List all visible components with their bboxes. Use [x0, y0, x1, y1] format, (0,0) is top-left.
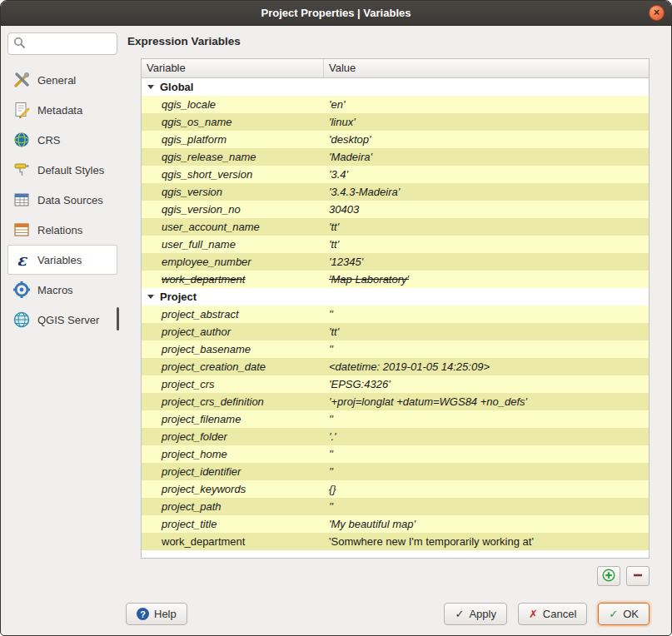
- variable-row-project_title[interactable]: project_title'My beautiful map': [142, 515, 649, 533]
- variable-row-project_folder[interactable]: project_folder'.': [142, 428, 649, 445]
- variable-row-employee_number[interactable]: employee_number'12345': [142, 253, 649, 271]
- variable-value: 'Madeira': [324, 151, 649, 163]
- data-sources-icon: [12, 190, 32, 210]
- project-properties-dialog: Project Properties | Variables × General…: [0, 0, 672, 636]
- variable-row-project_creation_date[interactable]: project_creation_date<datetime: 2019-01-…: [142, 358, 649, 375]
- sidebar-item-qgis-server[interactable]: QGIS Server: [7, 305, 117, 335]
- expander-icon[interactable]: [147, 295, 154, 299]
- remove-variable-button[interactable]: [626, 566, 650, 586]
- table-header: Variable Value: [142, 59, 649, 78]
- group-label: Global: [160, 81, 193, 93]
- group-label: Project: [160, 291, 197, 303]
- variable-row-qgis_short_version[interactable]: qgis_short_version'3.4': [142, 166, 649, 183]
- variable-name: employee_number: [142, 256, 324, 268]
- variable-name: project_identifier: [142, 465, 324, 478]
- default-styles-icon: [12, 160, 32, 180]
- variable-value: '': [324, 465, 649, 478]
- sidebar-item-crs[interactable]: CRS: [7, 125, 117, 155]
- sidebar-item-relations[interactable]: Relations: [7, 215, 117, 245]
- sidebar-search: [7, 32, 117, 55]
- variable-name: project_home: [142, 448, 324, 460]
- variable-name: qgis_locale: [142, 98, 324, 111]
- variable-value: '.': [324, 430, 649, 443]
- variable-row-work_department[interactable]: work_department'Map Laboratory': [142, 271, 649, 288]
- variable-name: qgis_os_name: [142, 116, 324, 128]
- close-icon[interactable]: ×: [649, 5, 665, 21]
- help-button-label: Help: [154, 608, 177, 620]
- variable-row-qgis_os_name[interactable]: qgis_os_name'linux': [142, 113, 649, 131]
- sidebar: GeneralMetadataCRSDefault StylesData Sou…: [7, 32, 117, 629]
- add-variable-button[interactable]: [597, 566, 620, 586]
- variable-value: {}: [324, 483, 649, 495]
- variable-row-project_filename[interactable]: project_filename'': [142, 410, 649, 428]
- variable-row-work_department[interactable]: work_department'Somwhere new I'm tempora…: [142, 533, 649, 550]
- sidebar-item-label: Data Sources: [37, 194, 103, 206]
- variable-value: '': [324, 308, 649, 320]
- variable-row-project_identifier[interactable]: project_identifier'': [142, 463, 649, 480]
- sidebar-item-data-sources[interactable]: Data Sources: [7, 185, 117, 215]
- variable-value: 'tt': [324, 221, 649, 233]
- search-input[interactable]: [29, 37, 112, 51]
- variable-row-qgis_version[interactable]: qgis_version'3.4.3-Madeira': [142, 183, 649, 201]
- variable-row-qgis_version_no[interactable]: qgis_version_no30403: [142, 201, 649, 218]
- variable-value: '': [324, 343, 649, 355]
- variable-name: qgis_version_no: [142, 203, 324, 216]
- sidebar-item-default-styles[interactable]: Default Styles: [7, 155, 117, 185]
- main-panel: Expression Variables Variable Value Glob…: [126, 32, 665, 629]
- sidebar-scrollbar-thumb[interactable]: [117, 307, 119, 330]
- variable-row-project_path[interactable]: project_path'': [142, 498, 649, 515]
- sidebar-item-label: Variables: [37, 254, 82, 266]
- variable-row-project_abstract[interactable]: project_abstract'': [142, 306, 649, 323]
- sidebar-item-variables[interactable]: εVariables: [7, 245, 117, 275]
- column-header-variable[interactable]: Variable: [142, 59, 324, 77]
- variable-row-project_crs[interactable]: project_crs'EPSG:4326': [142, 375, 649, 393]
- cross-icon: ✗: [529, 609, 538, 619]
- group-row-project[interactable]: Project: [142, 288, 649, 306]
- relations-icon: [12, 220, 32, 240]
- variable-row-qgis_platform[interactable]: qgis_platform'desktop': [142, 131, 649, 148]
- variable-name: project_path: [142, 500, 324, 513]
- qgis-server-icon: [12, 310, 32, 330]
- variable-value: 30403: [324, 203, 649, 216]
- variable-value: <datetime: 2019-01-05 14:25:09>: [324, 360, 649, 373]
- sidebar-nav: GeneralMetadataCRSDefault StylesData Sou…: [7, 65, 117, 335]
- page-title: Expression Variables: [127, 35, 665, 47]
- plus-icon: [602, 569, 615, 584]
- variable-row-project_author[interactable]: project_author'tt': [142, 323, 649, 340]
- variable-value: 'Map Laboratory': [324, 273, 649, 286]
- ok-button-label: OK: [623, 608, 639, 620]
- variable-row-project_basename[interactable]: project_basename'': [142, 340, 649, 358]
- check-icon: ✓: [455, 609, 464, 619]
- variable-row-qgis_locale[interactable]: qgis_locale'en': [142, 96, 649, 113]
- sidebar-item-label: Default Styles: [37, 164, 104, 176]
- metadata-icon: [12, 100, 32, 120]
- variable-row-project_keywords[interactable]: project_keywords{}: [142, 480, 649, 498]
- apply-button[interactable]: ✓ Apply: [444, 603, 506, 625]
- cancel-button[interactable]: ✗ Cancel: [518, 603, 587, 625]
- sidebar-item-general[interactable]: General: [7, 65, 117, 95]
- sidebar-item-label: CRS: [37, 134, 60, 147]
- variable-row-project_home[interactable]: project_home'': [142, 445, 649, 463]
- variable-row-project_crs_definition[interactable]: project_crs_definition'+proj=longlat +da…: [142, 393, 649, 410]
- variable-value: 'linux': [324, 116, 649, 128]
- variable-name: work_department: [142, 535, 324, 548]
- help-button[interactable]: ? Help: [126, 603, 187, 625]
- group-row-global[interactable]: Global: [142, 78, 649, 96]
- sidebar-item-metadata[interactable]: Metadata: [7, 95, 117, 125]
- check-icon: ✓: [609, 609, 618, 619]
- variable-row-user_account_name[interactable]: user_account_name'tt': [142, 218, 649, 236]
- variable-row-user_full_name[interactable]: user_full_name'tt': [142, 236, 649, 253]
- variable-value: 'tt': [324, 325, 649, 338]
- variable-name: user_account_name: [142, 221, 324, 233]
- ok-button[interactable]: ✓ OK: [598, 603, 650, 625]
- expander-icon[interactable]: [147, 85, 154, 89]
- variable-name: project_title: [142, 518, 324, 530]
- variable-row-qgis_release_name[interactable]: qgis_release_name'Madeira': [142, 148, 649, 166]
- sidebar-item-macros[interactable]: Macros: [7, 275, 117, 305]
- column-header-value[interactable]: Value: [324, 59, 649, 77]
- variable-value: 'EPSG:4326': [324, 378, 649, 390]
- variables-icon: ε: [12, 250, 32, 270]
- window-title: Project Properties | Variables: [261, 7, 411, 19]
- table-actions: [126, 566, 650, 586]
- button-box: ? Help ✓ Apply ✗ Cancel ✓ OK: [126, 603, 650, 625]
